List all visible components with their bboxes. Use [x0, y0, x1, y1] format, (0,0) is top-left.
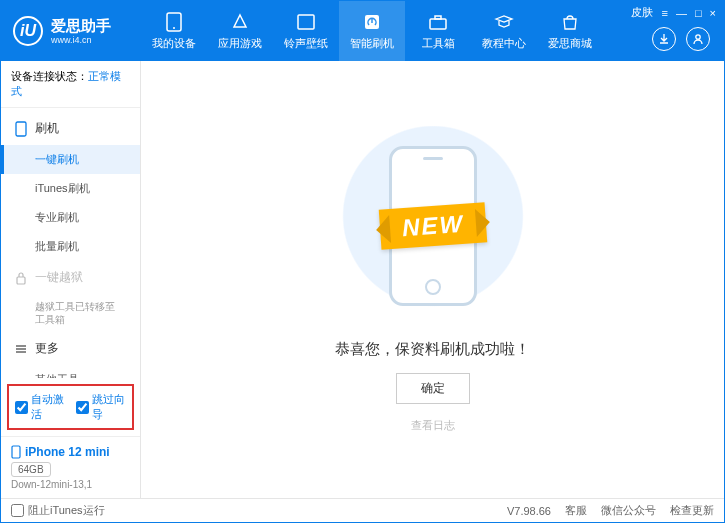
svg-rect-2: [298, 15, 314, 29]
skin-button[interactable]: 皮肤: [631, 5, 653, 20]
nav-toolbox[interactable]: 工具箱: [405, 1, 471, 61]
flash-options-highlight: 自动激活 跳过向导: [7, 384, 134, 430]
nav-label: 工具箱: [422, 36, 455, 51]
device-firmware: Down-12mini-13,1: [11, 479, 130, 490]
status-bar: 阻止iTunes运行 V7.98.66 客服 微信公众号 检查更新: [1, 498, 724, 522]
wechat-link[interactable]: 微信公众号: [601, 503, 656, 518]
nav-label: 智能刷机: [350, 36, 394, 51]
skip-guide-checkbox[interactable]: 跳过向导: [76, 392, 127, 422]
svg-point-1: [173, 27, 175, 29]
lock-icon: [15, 271, 27, 285]
nav-store[interactable]: 爱思商城: [537, 1, 603, 61]
version-label: V7.98.66: [507, 505, 551, 517]
jailbreak-note: 越狱工具已转移至 工具箱: [1, 294, 140, 332]
nav-my-device[interactable]: 我的设备: [141, 1, 207, 61]
nav-ringtone[interactable]: 铃声壁纸: [273, 1, 339, 61]
svg-rect-4: [430, 19, 446, 29]
app-header: iU 爱思助手 www.i4.cn 我的设备 应用游戏 铃声壁纸 智能刷机 工具…: [1, 1, 724, 61]
svg-point-6: [696, 35, 700, 39]
sidebar: 设备连接状态：正常模式 刷机 一键刷机 iTunes刷机 专业刷机 批量刷机 一…: [1, 61, 141, 498]
main-content: NEW 恭喜您，保资料刷机成功啦！ 确定 查看日志: [141, 61, 724, 498]
maximize-button[interactable]: □: [695, 7, 702, 19]
nav-label: 爱思商城: [548, 36, 592, 51]
success-illustration: NEW: [333, 126, 533, 326]
flash-icon: [362, 12, 382, 32]
svg-rect-8: [17, 277, 25, 284]
connection-status: 设备连接状态：正常模式: [1, 61, 140, 108]
wallpaper-icon: [296, 12, 316, 32]
more-icon: [15, 343, 27, 355]
logo-area: iU 爱思助手 www.i4.cn: [1, 16, 141, 46]
device-info[interactable]: iPhone 12 mini 64GB Down-12mini-13,1: [1, 436, 140, 498]
phone-small-icon: [15, 121, 27, 137]
device-capacity: 64GB: [11, 462, 51, 477]
top-nav: 我的设备 应用游戏 铃声壁纸 智能刷机 工具箱 教程中心 爱思商城: [141, 1, 603, 61]
nav-apps[interactable]: 应用游戏: [207, 1, 273, 61]
toolbox-icon: [428, 12, 448, 32]
app-title: 爱思助手: [51, 17, 111, 35]
download-button[interactable]: [652, 27, 676, 51]
menu-other-tools[interactable]: 其他工具: [1, 365, 140, 378]
menu-one-key-flash[interactable]: 一键刷机: [1, 145, 140, 174]
menu-button[interactable]: ≡: [661, 7, 667, 19]
close-button[interactable]: ×: [710, 7, 716, 19]
svg-rect-9: [12, 446, 20, 458]
auto-activate-checkbox[interactable]: 自动激活: [15, 392, 66, 422]
nav-tutorials[interactable]: 教程中心: [471, 1, 537, 61]
store-icon: [560, 12, 580, 32]
svg-rect-7: [16, 122, 26, 136]
nav-label: 铃声壁纸: [284, 36, 328, 51]
nav-label: 应用游戏: [218, 36, 262, 51]
ok-button[interactable]: 确定: [396, 373, 470, 404]
tutorial-icon: [494, 12, 514, 32]
block-itunes-checkbox[interactable]: 阻止iTunes运行: [11, 503, 105, 518]
device-icon: [11, 445, 21, 459]
view-log-link[interactable]: 查看日志: [411, 418, 455, 433]
app-subtitle: www.i4.cn: [51, 35, 111, 46]
minimize-button[interactable]: —: [676, 7, 687, 19]
phone-icon: [164, 12, 184, 32]
svg-rect-5: [435, 16, 441, 19]
apps-icon: [230, 12, 250, 32]
new-ribbon: NEW: [378, 202, 487, 249]
customer-service-link[interactable]: 客服: [565, 503, 587, 518]
nav-label: 教程中心: [482, 36, 526, 51]
menu-group-jailbreak: 一键越狱: [1, 261, 140, 294]
user-button[interactable]: [686, 27, 710, 51]
menu-group-flash[interactable]: 刷机: [1, 112, 140, 145]
window-controls: 皮肤 ≡ — □ ×: [631, 5, 716, 20]
nav-label: 我的设备: [152, 36, 196, 51]
menu-pro-flash[interactable]: 专业刷机: [1, 203, 140, 232]
menu-itunes-flash[interactable]: iTunes刷机: [1, 174, 140, 203]
menu-batch-flash[interactable]: 批量刷机: [1, 232, 140, 261]
success-message: 恭喜您，保资料刷机成功啦！: [335, 340, 530, 359]
logo-icon: iU: [13, 16, 43, 46]
nav-smart-flash[interactable]: 智能刷机: [339, 1, 405, 61]
menu-group-more[interactable]: 更多: [1, 332, 140, 365]
check-update-link[interactable]: 检查更新: [670, 503, 714, 518]
